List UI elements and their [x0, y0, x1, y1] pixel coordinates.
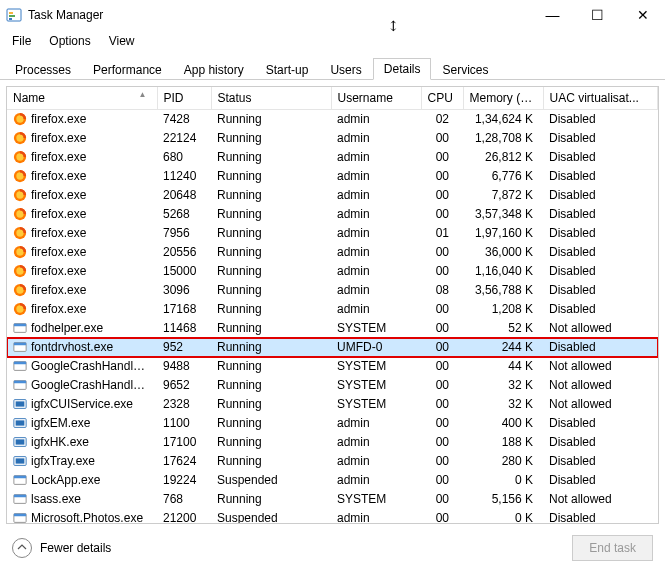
- process-table-container: Name▲ PID Status Username CPU Memory (a.…: [6, 86, 659, 524]
- col-cpu[interactable]: CPU: [421, 87, 463, 110]
- tab-services[interactable]: Services: [431, 59, 499, 80]
- generic-icon: [13, 511, 27, 524]
- cell-pid: 952: [157, 338, 211, 357]
- table-row[interactable]: firefox.exe7956Runningadmin011,97,160 KD…: [7, 224, 658, 243]
- table-row[interactable]: fontdrvhost.exe952RunningUMFD-000244 KDi…: [7, 338, 658, 357]
- cell-pid: 680: [157, 148, 211, 167]
- cell-cpu: 00: [421, 148, 463, 167]
- tab-strip: Processes Performance App history Start-…: [0, 56, 665, 80]
- igfx-icon: [13, 454, 27, 468]
- cell-pid: 9488: [157, 357, 211, 376]
- col-username[interactable]: Username: [331, 87, 421, 110]
- tab-app-history[interactable]: App history: [173, 59, 255, 80]
- cell-username: admin: [331, 243, 421, 262]
- cell-name: Microsoft.Photos.exe: [7, 509, 157, 525]
- table-row[interactable]: firefox.exe11240Runningadmin006,776 KDis…: [7, 167, 658, 186]
- tab-processes[interactable]: Processes: [4, 59, 82, 80]
- menu-options[interactable]: Options: [41, 32, 98, 50]
- tab-performance[interactable]: Performance: [82, 59, 173, 80]
- table-row[interactable]: igfxEM.exe1100Runningadmin00400 KDisable…: [7, 414, 658, 433]
- close-button[interactable]: ✕: [620, 0, 665, 30]
- cell-memory: 3,56,788 K: [463, 281, 543, 300]
- svg-rect-39: [16, 439, 25, 444]
- fewer-details-button[interactable]: Fewer details: [12, 538, 111, 558]
- process-name: firefox.exe: [31, 188, 86, 202]
- end-task-button[interactable]: End task: [572, 535, 653, 561]
- col-name[interactable]: Name▲: [7, 87, 157, 110]
- process-name: fodhelper.exe: [31, 321, 103, 335]
- process-name: igfxCUIService.exe: [31, 397, 133, 411]
- cell-pid: 7956: [157, 224, 211, 243]
- table-row[interactable]: firefox.exe680Runningadmin0026,812 KDisa…: [7, 148, 658, 167]
- table-row[interactable]: firefox.exe15000Runningadmin001,16,040 K…: [7, 262, 658, 281]
- cell-status: Running: [211, 243, 331, 262]
- generic-icon: [13, 473, 27, 487]
- svg-rect-43: [14, 476, 26, 479]
- col-name-label: Name: [13, 91, 45, 105]
- generic-icon: [13, 340, 27, 354]
- tab-startup[interactable]: Start-up: [255, 59, 320, 80]
- cell-username: admin: [331, 262, 421, 281]
- cell-memory: 1,97,160 K: [463, 224, 543, 243]
- cell-username: SYSTEM: [331, 376, 421, 395]
- svg-rect-37: [16, 420, 25, 425]
- table-row[interactable]: igfxTray.exe17624Runningadmin00280 KDisa…: [7, 452, 658, 471]
- table-row[interactable]: firefox.exe20556Runningadmin0036,000 KDi…: [7, 243, 658, 262]
- table-row[interactable]: firefox.exe22124Runningadmin001,28,708 K…: [7, 129, 658, 148]
- table-row[interactable]: lsass.exe768RunningSYSTEM005,156 KNot al…: [7, 490, 658, 509]
- cell-memory: 32 K: [463, 376, 543, 395]
- col-uac[interactable]: UAC virtualisat...: [543, 87, 658, 110]
- table-row[interactable]: fodhelper.exe11468RunningSYSTEM0052 KNot…: [7, 319, 658, 338]
- cell-pid: 17624: [157, 452, 211, 471]
- generic-icon: [13, 359, 27, 373]
- cell-username: SYSTEM: [331, 319, 421, 338]
- col-pid[interactable]: PID: [157, 87, 211, 110]
- cell-status: Running: [211, 395, 331, 414]
- cell-uac: Disabled: [543, 262, 658, 281]
- cell-status: Running: [211, 376, 331, 395]
- minimize-button[interactable]: —: [530, 0, 575, 30]
- cell-uac: Disabled: [543, 186, 658, 205]
- table-row[interactable]: firefox.exe3096Runningadmin083,56,788 KD…: [7, 281, 658, 300]
- table-row[interactable]: igfxHK.exe17100Runningadmin00188 KDisabl…: [7, 433, 658, 452]
- menu-file[interactable]: File: [4, 32, 39, 50]
- cell-username: SYSTEM: [331, 490, 421, 509]
- cell-status: Running: [211, 281, 331, 300]
- table-row[interactable]: firefox.exe20648Runningadmin007,872 KDis…: [7, 186, 658, 205]
- cell-status: Running: [211, 110, 331, 129]
- table-row[interactable]: firefox.exe17168Runningadmin001,208 KDis…: [7, 300, 658, 319]
- cell-pid: 19224: [157, 471, 211, 490]
- igfx-icon: [13, 397, 27, 411]
- table-row[interactable]: firefox.exe5268Runningadmin003,57,348 KD…: [7, 205, 658, 224]
- table-row[interactable]: GoogleCrashHandler...9488RunningSYSTEM00…: [7, 357, 658, 376]
- table-row[interactable]: GoogleCrashHandler...9652RunningSYSTEM00…: [7, 376, 658, 395]
- cell-pid: 7428: [157, 110, 211, 129]
- svg-rect-1: [9, 12, 13, 14]
- cell-pid: 21200: [157, 509, 211, 525]
- col-status[interactable]: Status: [211, 87, 331, 110]
- cell-username: admin: [331, 300, 421, 319]
- cell-pid: 9652: [157, 376, 211, 395]
- cell-uac: Not allowed: [543, 376, 658, 395]
- cell-status: Running: [211, 452, 331, 471]
- cell-memory: 1,28,708 K: [463, 129, 543, 148]
- process-name: firefox.exe: [31, 207, 86, 221]
- maximize-button[interactable]: ☐: [575, 0, 620, 30]
- process-name: GoogleCrashHandler...: [31, 378, 153, 392]
- table-row[interactable]: firefox.exe7428Runningadmin021,34,624 KD…: [7, 110, 658, 129]
- col-memory[interactable]: Memory (a...: [463, 87, 543, 110]
- tab-details[interactable]: Details: [373, 58, 432, 80]
- process-name: igfxTray.exe: [31, 454, 95, 468]
- svg-rect-31: [14, 362, 26, 365]
- table-row[interactable]: igfxCUIService.exe2328RunningSYSTEM0032 …: [7, 395, 658, 414]
- table-row[interactable]: LockApp.exe19224Suspendedadmin000 KDisab…: [7, 471, 658, 490]
- tab-users[interactable]: Users: [319, 59, 372, 80]
- table-row[interactable]: Microsoft.Photos.exe21200Suspendedadmin0…: [7, 509, 658, 525]
- process-name: GoogleCrashHandler...: [31, 359, 153, 373]
- cell-username: admin: [331, 281, 421, 300]
- cell-cpu: 00: [421, 262, 463, 281]
- svg-rect-47: [14, 514, 26, 517]
- cell-memory: 244 K: [463, 338, 543, 357]
- cell-uac: Disabled: [543, 300, 658, 319]
- menu-view[interactable]: View: [101, 32, 143, 50]
